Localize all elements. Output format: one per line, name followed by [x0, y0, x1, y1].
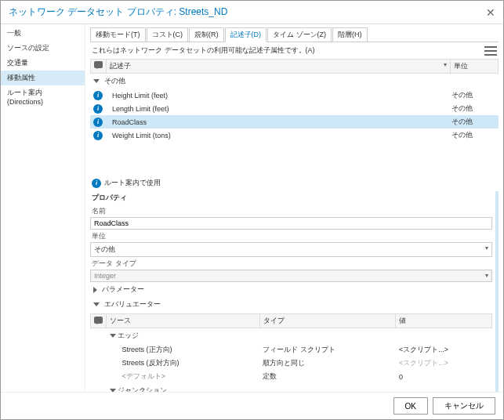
evaluators-toggle[interactable]: エバリュエーター — [90, 297, 492, 312]
sidebar-item-travel-attributes[interactable]: 移動属性 — [1, 71, 85, 85]
group-other[interactable]: その他 — [90, 74, 499, 89]
attributes-grid-header: 記述子▾ 単位 — [90, 59, 499, 74]
info-icon: i — [92, 179, 101, 188]
chevron-down-icon: ▾ — [485, 272, 488, 280]
info-icon: i — [93, 118, 103, 127]
column-unit[interactable]: 単位 — [451, 60, 498, 73]
attr-row-roadclass[interactable]: i RoadClass その他 — [90, 115, 499, 129]
eval-row[interactable]: <デフォルト>定数0 — [91, 370, 492, 383]
sidebar-item-source[interactable]: ソースの設定 — [1, 41, 85, 56]
tab-timezone[interactable]: タイム ゾーン(Z) — [267, 27, 332, 42]
tab-hierarchy[interactable]: 階層(H) — [332, 27, 368, 42]
chevron-down-icon: ▾ — [485, 244, 488, 255]
tab-descriptors[interactable]: 記述子(D) — [225, 27, 267, 42]
tab-restrictions[interactable]: 規制(R) — [189, 27, 224, 42]
cancel-button[interactable]: キャンセル — [433, 397, 495, 415]
col-type[interactable]: タイプ — [259, 314, 395, 328]
sort-icon[interactable]: ▾ — [444, 61, 447, 71]
chevron-down-icon — [93, 79, 100, 83]
info-icon: i — [93, 91, 103, 100]
ok-button[interactable]: OK — [393, 397, 428, 415]
name-input[interactable] — [90, 217, 492, 230]
close-icon[interactable]: ✕ — [486, 6, 495, 19]
usage-label: i ルート案内で使用 — [90, 173, 499, 190]
attr-row-height[interactable]: i Height Limit (feet) その他 — [90, 89, 499, 102]
tabs: 移動モード(T) コスト(C) 規制(R) 記述子(D) タイム ゾーン(Z) … — [90, 27, 499, 42]
info-icon: i — [93, 104, 103, 114]
unit-label: 単位 — [90, 230, 492, 242]
menu-icon[interactable] — [484, 46, 497, 56]
eval-row[interactable]: Streets (正方向)フィールド スクリプト<スクリプト...> — [91, 343, 492, 357]
attr-row-weight[interactable]: i Weight Limit (tons) その他 — [90, 129, 499, 142]
sidebar-item-directions[interactable]: ルート案内 (Directions) — [1, 85, 85, 108]
description-text: これらはネットワーク データセットの利用可能な記述子属性です。(A) — [92, 45, 315, 56]
col-source[interactable]: ソース — [107, 314, 260, 328]
attr-row-length[interactable]: i Length Limit (feet) その他 — [90, 102, 499, 115]
content-area: 移動モード(T) コスト(C) 規制(R) 記述子(D) タイム ゾーン(Z) … — [85, 24, 503, 394]
sidebar-item-traffic[interactable]: 交通量 — [1, 56, 85, 71]
parameters-toggle[interactable]: パラメーター — [90, 282, 492, 297]
datatype-label: データ タイプ — [90, 257, 492, 270]
datatype-select: Integer▾ — [90, 270, 492, 282]
evaluators-table: ソース タイプ 値 エッジ Streets (正方向)フィールド スクリプト<ス… — [90, 313, 492, 394]
name-label: 名前 — [90, 205, 492, 217]
sidebar: 一般 ソースの設定 交通量 移動属性 ルート案内 (Directions) — [1, 24, 85, 394]
unit-select[interactable]: その他▾ — [90, 242, 492, 257]
chevron-right-icon — [93, 287, 97, 293]
column-name[interactable]: 記述子▾ — [107, 60, 451, 73]
chat-icon — [94, 61, 103, 68]
tab-travel-modes[interactable]: 移動モード(T) — [90, 27, 146, 42]
info-icon: i — [93, 131, 103, 140]
col-value[interactable]: 値 — [396, 314, 492, 328]
chevron-down-icon[interactable] — [110, 334, 116, 338]
chat-icon — [94, 317, 103, 324]
dialog-title: ネットワーク データセット プロパティ: Streets_ND — [9, 5, 227, 19]
chevron-down-icon — [93, 302, 100, 306]
tab-costs[interactable]: コスト(C) — [147, 27, 189, 42]
eval-row[interactable]: Streets (反対方向)順方向と同じ<スクリプト...> — [91, 357, 492, 370]
sidebar-item-general[interactable]: 一般 — [1, 26, 85, 41]
properties-title: プロパティ — [90, 191, 492, 205]
